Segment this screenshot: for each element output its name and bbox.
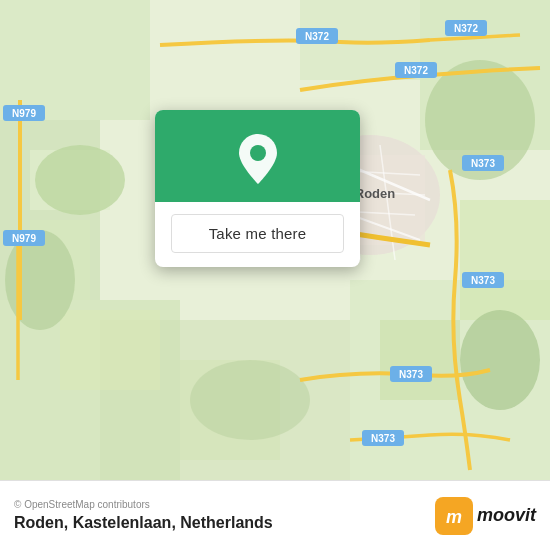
- moovit-logo-icon: m: [435, 497, 473, 535]
- popup-green-section: [155, 110, 360, 202]
- location-pin-icon: [236, 132, 280, 186]
- popup-button-section: Take me there: [155, 202, 360, 267]
- svg-text:N979: N979: [12, 108, 36, 119]
- svg-text:Roden: Roden: [355, 186, 396, 201]
- svg-text:N373: N373: [471, 275, 495, 286]
- svg-rect-10: [60, 310, 160, 390]
- bottom-info: © OpenStreetMap contributors Roden, Kast…: [14, 499, 273, 532]
- svg-rect-1: [0, 0, 150, 120]
- svg-point-18: [190, 360, 310, 440]
- bottom-bar: © OpenStreetMap contributors Roden, Kast…: [0, 480, 550, 550]
- svg-text:N372: N372: [454, 23, 478, 34]
- attribution-text: © OpenStreetMap contributors: [14, 499, 273, 510]
- svg-text:N979: N979: [12, 233, 36, 244]
- popup-card: Take me there: [155, 110, 360, 267]
- svg-rect-13: [460, 200, 550, 320]
- svg-rect-12: [380, 320, 460, 400]
- map-container: N372 N372 N372 N979 N979 N373 N373 N373 …: [0, 0, 550, 480]
- moovit-logo[interactable]: m moovit: [435, 497, 536, 535]
- svg-point-14: [35, 145, 125, 215]
- take-me-there-button[interactable]: Take me there: [171, 214, 344, 253]
- svg-point-47: [250, 145, 266, 161]
- svg-text:N373: N373: [471, 158, 495, 169]
- svg-point-17: [460, 310, 540, 410]
- svg-text:N373: N373: [371, 433, 395, 444]
- svg-text:N373: N373: [399, 369, 423, 380]
- svg-text:N372: N372: [305, 31, 329, 42]
- svg-text:N372: N372: [404, 65, 428, 76]
- location-name: Roden, Kastelenlaan, Netherlands: [14, 514, 273, 532]
- svg-text:m: m: [446, 507, 462, 527]
- moovit-logo-text: moovit: [477, 505, 536, 526]
